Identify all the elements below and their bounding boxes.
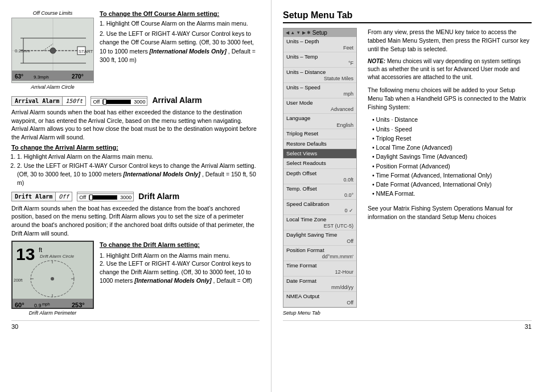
menu-item-5[interactable]: LanguageEnglish	[283, 114, 356, 129]
right-right-col: From any view, press the MENU key twice …	[368, 28, 532, 316]
menu-item-14[interactable]: Daylight Saving TimeOff	[283, 230, 356, 246]
svg-text:mph: mph	[42, 302, 50, 307]
menu-item-10[interactable]: Depth Offset0.0ft	[283, 169, 356, 184]
page-number-left: 30	[11, 320, 260, 330]
arrival-slider-thumb	[103, 99, 106, 105]
off-course-diagram-title: Off Course Limits	[11, 10, 94, 16]
arrival-alarm-header: Arrival Alarm 150ft Off 3000 Arrival Ala…	[11, 96, 260, 106]
off-course-step1: 1. Highlight Off Course Alarm on the Ala…	[100, 19, 260, 28]
setup-menu-panel: ◀ ▲ ▼ ▶ ✱ Setup Units – DepthFeetUnits –…	[283, 28, 357, 308]
menu-item-0[interactable]: Units – DepthFeet	[283, 37, 356, 52]
svg-point-10	[50, 48, 56, 53]
svg-text:60°: 60°	[15, 302, 24, 308]
off-course-step2: 2. Use the LEFT or RIGHT 4-WAY Cursor Co…	[100, 30, 260, 64]
svg-point-24	[51, 277, 54, 280]
drift-slider-max: 3000	[120, 195, 131, 200]
arrival-slider-bar	[102, 100, 131, 104]
page-number-right: 31	[283, 320, 532, 330]
drift-alarm-indicator: Drift Alarm Off	[11, 192, 72, 201]
drift-change-heading: To change the Drift Alarm setting:	[100, 241, 260, 249]
bullet-item-2: Triplog Reset	[372, 134, 532, 143]
note-block: NOTE: Menu choices will vary depending o…	[368, 57, 532, 81]
menu-item-11[interactable]: Temp. Offset0.0°	[283, 184, 356, 200]
off-course-svg: 0.25nm START 63° 9.3mph 270° 63° 9.3mph	[12, 18, 94, 83]
menu-item-12[interactable]: Speed Calibration0 ✓	[283, 200, 356, 215]
menu-item-18[interactable]: NMEA OutputOff	[283, 292, 356, 307]
off-course-diagram: 0.25nm START 63° 9.3mph 270° 63° 9.3mph	[11, 18, 94, 83]
setup-menu-title-bar: ◀ ▲ ▼ ▶ ✱ Setup	[283, 28, 356, 37]
arrival-slider-bottom: Off 3000	[91, 98, 147, 105]
menu-item-16[interactable]: Time Format12-Hour	[283, 261, 356, 277]
off-course-text: To change the Off Course Alarm setting: …	[100, 10, 260, 90]
bullet-item-1: Units · Speed	[372, 125, 532, 134]
left-page: Off Course Limits 0.25	[0, 0, 272, 392]
menu-item-13[interactable]: Local Time ZoneEST (UTC-5)	[283, 215, 356, 230]
arrival-alarm-slider[interactable]: Off 3000	[90, 96, 147, 106]
menu-item-4[interactable]: User ModeAdvanced	[283, 98, 356, 114]
off-course-diagram-box: Off Course Limits 0.25	[11, 10, 94, 90]
bullet-item-4: Daylight Savings Time (Advanced)	[372, 152, 532, 161]
setup-tab-label: Setup	[312, 30, 327, 36]
arrival-alarm-title: Arrival Alarm	[152, 96, 201, 105]
arrival-alarm-section: Arrival Alarm 150ft Off 3000 Arrival Ala…	[11, 96, 260, 187]
svg-text:9.3mph: 9.3mph	[34, 75, 49, 80]
drift-alarm-text: To change the Drift Alarm setting: 1. Hi…	[100, 241, 260, 316]
drift-svg: 13 ft Drift Alarm Circle	[13, 242, 94, 309]
drift-slider-thumb	[89, 195, 93, 200]
menu-items-container: Units – DepthFeetUnits – Temp°FUnits – D…	[283, 37, 356, 307]
arrival-steps: 1. Highlight Arrival Alarm on the Alarms…	[11, 152, 260, 187]
drift-alarm-slider[interactable]: Off 3000	[77, 192, 134, 201]
menu-item-15[interactable]: Position Formatdd°mm.mmm'	[283, 246, 356, 261]
arrival-step2: 2. Use the LEFT or RIGHT 4-WAY Cursor Co…	[17, 162, 260, 187]
svg-text:13: 13	[16, 245, 35, 263]
drift-slider-bottom: Off 3000	[77, 194, 133, 201]
drift-screen: 13 ft Drift Alarm Circle	[11, 241, 94, 309]
drift-alarm-body: Drift Alarm sounds when the boat has exc…	[11, 204, 260, 238]
following-text: The following menu choices will be added…	[368, 86, 532, 112]
svg-text:START: START	[79, 49, 93, 54]
menu-item-8[interactable]: Select Views	[283, 149, 356, 159]
note-text: Menu choices will vary depending on syst…	[368, 58, 521, 80]
arrival-change-heading: To change the Arrival Alarm setting:	[11, 144, 260, 151]
drift-step2: 2. Use the LEFT or RIGHT 4-WAY Cursor Co…	[100, 259, 260, 284]
right-left-col: ◀ ▲ ▼ ▶ ✱ Setup Units – DepthFeetUnits –…	[283, 28, 360, 316]
svg-text:200ft: 200ft	[14, 278, 23, 282]
arrival-slider-off: Off	[93, 99, 100, 105]
drift-alarm-header: Drift Alarm Off Off 3000 Drift Alarm	[11, 192, 260, 202]
arrival-alarm-indicator: Arrival Alarm 150ft	[11, 96, 86, 106]
bullet-item-7: Date Format (Advanced, International Onl…	[372, 180, 532, 189]
svg-text:ft: ft	[39, 246, 42, 253]
bullet-item-6: Time Format (Advanced, International Onl…	[372, 171, 532, 180]
arrival-alarm-value: 150ft	[62, 97, 85, 105]
menu-item-7[interactable]: Restore Defaults	[283, 139, 356, 149]
arrival-slider-max: 3000	[134, 99, 145, 105]
svg-text:63°: 63°	[15, 73, 23, 80]
arrival-alarm-label: Arrival Alarm	[12, 97, 62, 105]
right-content: ◀ ▲ ▼ ▶ ✱ Setup Units – DepthFeetUnits –…	[283, 28, 532, 316]
menu-item-1[interactable]: Units – Temp°F	[283, 52, 356, 68]
svg-text:253°: 253°	[72, 302, 85, 308]
arrival-step1: 1. Highlight Arrival Alarm on the Alarms…	[17, 152, 260, 161]
arrival-alarm-body: Arrival Alarm sounds when the boat has e…	[11, 108, 260, 142]
menu-item-2[interactable]: Units – DistanceStatute Miles	[283, 68, 356, 83]
footer-text: See your Matrix Fishing System Operation…	[368, 204, 532, 221]
tab-icons: ◀ ▲ ▼ ▶ ✱	[286, 30, 311, 35]
right-page: Setup Menu Tab ◀ ▲ ▼ ▶ ✱ Setup Units – D…	[272, 0, 543, 392]
drift-alarm-label: Drift Alarm	[12, 192, 55, 201]
bullet-item-0: Units · Distance	[372, 115, 532, 124]
right-page-title: Setup Menu Tab	[283, 10, 532, 23]
menu-item-3[interactable]: Units – Speedmph	[283, 83, 356, 98]
note-label: NOTE:	[368, 58, 385, 64]
svg-text:270°: 270°	[72, 73, 84, 80]
bullet-item-8: NMEA Format.	[372, 189, 532, 198]
right-body: From any view, press the MENU key twice …	[368, 28, 532, 221]
drift-slider-off: Off	[79, 195, 86, 200]
menu-item-9[interactable]: Select Readouts	[283, 159, 356, 168]
menu-item-17[interactable]: Date Formatmm/dd/yy	[283, 277, 356, 292]
menu-item-6[interactable]: Triplog Reset	[283, 129, 356, 139]
off-course-diagram-caption: Arrival Alarm Circle	[11, 84, 94, 90]
drift-alarm-value: Off	[55, 192, 72, 201]
drift-alarm-title: Drift Alarm	[138, 192, 179, 201]
bullet-item-5: Position Format (Advanced)	[372, 162, 532, 171]
drift-diagram: 13 ft Drift Alarm Circle	[11, 241, 94, 316]
